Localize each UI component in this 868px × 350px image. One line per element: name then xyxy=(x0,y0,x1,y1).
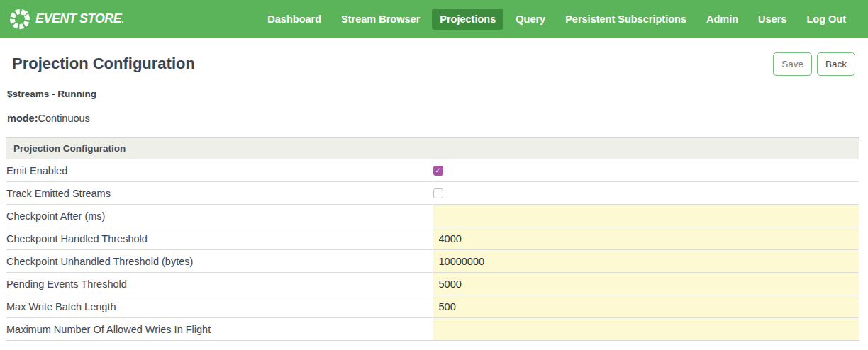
config-row-label: Checkpoint Handled Threshold xyxy=(6,227,433,250)
nav-item-persistent-subscriptions[interactable]: Persistent Subscriptions xyxy=(557,9,694,30)
nav-item-dashboard[interactable]: Dashboard xyxy=(260,9,329,30)
config-row-label: Max Write Batch Length xyxy=(6,295,433,318)
config-row-value-cell xyxy=(433,182,859,205)
table-row: Emit Enabled ✓ xyxy=(6,159,859,182)
table-header-row: Projection Configuration xyxy=(6,138,859,159)
back-button[interactable]: Back xyxy=(817,52,855,76)
projection-mode: mode:Continuous xyxy=(7,113,868,124)
config-row-value-cell xyxy=(433,227,859,250)
nav-item-projections[interactable]: Projections xyxy=(432,9,503,30)
table-row: Checkpoint Unhandled Threshold (bytes) xyxy=(6,250,859,273)
header-buttons: Save Back xyxy=(773,52,855,76)
config-row-label: Track Emitted Streams xyxy=(6,182,433,205)
table-row: Maximum Number Of Allowed Wries In Fligh… xyxy=(6,318,859,341)
config-row-value-cell xyxy=(433,318,859,341)
nav-item-admin[interactable]: Admin xyxy=(699,9,746,30)
mode-label: mode: xyxy=(7,113,38,124)
config-row-value-cell xyxy=(433,295,859,318)
table-row: Checkpoint Handled Threshold xyxy=(6,227,859,250)
config-value-input[interactable] xyxy=(433,318,859,340)
config-table-body: Emit Enabled ✓ Track Emitted Streams Che… xyxy=(6,159,859,341)
eventstore-logo-text: EVENT STORE. xyxy=(35,11,123,26)
config-value-input[interactable] xyxy=(433,227,859,249)
checkbox-unchecked-icon[interactable] xyxy=(433,188,443,198)
config-row-label: Checkpoint Unhandled Threshold (bytes) xyxy=(6,250,433,273)
config-value-input[interactable] xyxy=(433,295,859,317)
top-navbar: EVENT STORE. DashboardStream BrowserProj… xyxy=(0,0,868,38)
table-row: Pending Events Threshold xyxy=(6,273,859,295)
table-row: Track Emitted Streams xyxy=(6,182,859,205)
config-row-label: Pending Events Threshold xyxy=(6,273,433,295)
config-row-label: Checkpoint After (ms) xyxy=(6,205,433,227)
page-header: Projection Configuration Save Back xyxy=(0,38,868,76)
config-value-input[interactable] xyxy=(433,205,859,227)
nav-item-stream-browser[interactable]: Stream Browser xyxy=(333,9,428,30)
config-row-value-cell xyxy=(433,250,859,273)
table-header: Projection Configuration xyxy=(6,138,859,159)
checkbox-checked-icon[interactable]: ✓ xyxy=(433,166,443,176)
nav-item-query[interactable]: Query xyxy=(508,9,553,30)
projection-status: $streams - Running xyxy=(7,89,868,99)
table-row: Max Write Batch Length xyxy=(6,295,859,318)
config-value-input[interactable] xyxy=(433,273,859,295)
save-button[interactable]: Save xyxy=(773,52,812,76)
config-row-label: Maximum Number Of Allowed Wries In Fligh… xyxy=(6,318,433,341)
page-title: Projection Configuration xyxy=(12,55,195,73)
nav-menu: DashboardStream BrowserProjectionsQueryP… xyxy=(260,9,854,30)
mode-value: Continuous xyxy=(38,113,90,124)
table-row: Checkpoint After (ms) xyxy=(6,205,859,227)
logo-dot: . xyxy=(121,15,123,25)
projection-config-table: Projection Configuration Emit Enabled ✓ … xyxy=(6,137,859,341)
config-value-input[interactable] xyxy=(433,250,859,272)
nav-item-log-out[interactable]: Log Out xyxy=(799,9,854,30)
config-row-value-cell xyxy=(433,273,859,295)
config-row-value-cell: ✓ xyxy=(433,159,859,182)
eventstore-logo-icon xyxy=(9,8,31,30)
nav-item-users[interactable]: Users xyxy=(750,9,794,30)
eventstore-logo: EVENT STORE. xyxy=(9,8,123,30)
config-row-value-cell xyxy=(433,205,859,227)
config-row-label: Emit Enabled xyxy=(6,159,433,182)
